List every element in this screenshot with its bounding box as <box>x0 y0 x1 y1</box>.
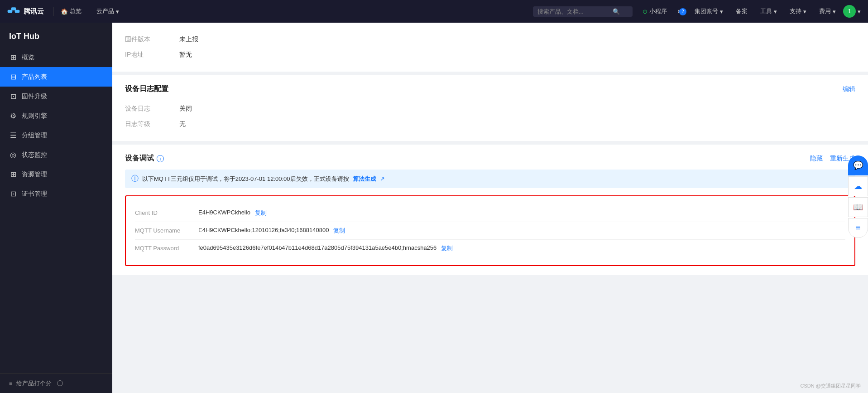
ip-label: IP地址 <box>125 51 179 59</box>
username-copy-btn[interactable]: 复制 <box>333 227 345 235</box>
nav-tools-label: 工具 <box>760 7 772 15</box>
sidebar-item-rules[interactable]: ⚙ 规则引擎 <box>0 106 112 126</box>
search-icon: 🔍 <box>613 8 620 15</box>
sidebar-title: IoT Hub <box>0 23 112 48</box>
client-id-row: Client ID E4H9CKWPCkhello 复制 <box>135 204 845 222</box>
firmware-label: 固件版本 <box>125 35 179 44</box>
log-level-row: 日志等级 无 <box>125 116 855 132</box>
miniapp-icon: ⊙ <box>643 8 647 15</box>
search-input[interactable] <box>537 8 610 15</box>
client-id-copy-btn[interactable]: 复制 <box>255 209 267 217</box>
rate-info-icon: ⓘ <box>57 379 63 388</box>
debug-header: 设备调试 i 隐藏 重新生成 <box>125 154 855 163</box>
password-value: fe0ad695435e3126d6fe7ef014b47b11e4d68d17… <box>198 244 436 251</box>
sidebar-item-firmware[interactable]: ⊡ 固件升级 <box>0 87 112 106</box>
tools-chevron-icon: ▾ <box>774 8 777 15</box>
debug-info-icon[interactable]: i <box>157 155 164 162</box>
topnav: 腾讯云 🏠 总览 云产品 ▾ 🔍 ⊙ 小程序 ✉ 2 集团账号 ▾ 备案 工具 … <box>0 0 868 23</box>
sidebar-item-monitor[interactable]: ◎ 状态监控 <box>0 145 112 165</box>
nav-home[interactable]: 🏠 总览 <box>55 0 87 23</box>
account-chevron-icon: ▾ <box>720 8 723 15</box>
sidebar: IoT Hub ⊞ 概览 ⊟ 产品列表 ⊡ 固件升级 ⚙ 规则引擎 ☰ 分组管理… <box>0 23 112 393</box>
nav-divider-2 <box>89 7 89 16</box>
float-cloud-btn[interactable]: ☁ <box>848 176 868 196</box>
nav-support[interactable]: 支持 ▾ <box>784 0 812 23</box>
username-value: E4H9CKWPCkhello;12010126;fa340;168814080… <box>198 227 329 233</box>
overview-icon: ⊞ <box>9 53 17 62</box>
home-icon: 🏠 <box>61 8 68 15</box>
miniapp-label: 小程序 <box>649 7 667 15</box>
cloud-icon: ☁ <box>854 181 862 191</box>
log-level-value: 无 <box>179 120 186 128</box>
log-level-label: 日志等级 <box>125 120 179 128</box>
sidebar-bottom-rate[interactable]: ≡ 给产品打个分 ⓘ <box>0 374 112 393</box>
notification-btn[interactable]: ✉ 2 <box>673 8 687 15</box>
book-icon: 📖 <box>853 202 863 212</box>
resources-icon: ⊞ <box>9 170 17 179</box>
logo[interactable]: 腾讯云 <box>7 7 44 16</box>
sidebar-item-monitor-label: 状态监控 <box>22 151 47 159</box>
device-basic-info: 固件版本 未上报 IP地址 暂无 <box>112 23 868 72</box>
chevron-down-icon: ▾ <box>116 8 119 15</box>
password-row: MQTT Password fe0ad695435e3126d6fe7ef014… <box>135 240 845 257</box>
sidebar-item-certs[interactable]: ⊡ 证书管理 <box>0 184 112 204</box>
sidebar-item-resources-label: 资源管理 <box>22 170 47 179</box>
firmware-row: 固件版本 未上报 <box>125 32 855 47</box>
svg-rect-2 <box>15 10 20 13</box>
float-menu-btn[interactable]: ≡ <box>848 218 868 238</box>
main-content: 固件版本 未上报 IP地址 暂无 设备日志配置 编辑 设备日志 关闭 日志等级 … <box>112 23 868 393</box>
debug-hide-btn[interactable]: 隐藏 <box>810 155 823 163</box>
monitor-icon: ◎ <box>9 150 17 159</box>
watermark: CSDN @交通组团星星同学 <box>801 383 861 389</box>
sidebar-item-overview-label: 概览 <box>22 53 34 62</box>
product-list-icon: ⊟ <box>9 73 17 81</box>
sidebar-item-certs-label: 证书管理 <box>22 190 47 198</box>
layout: IoT Hub ⊞ 概览 ⊟ 产品列表 ⊡ 固件升级 ⚙ 规则引擎 ☰ 分组管理… <box>0 23 868 393</box>
miniapp-btn[interactable]: ⊙ 小程序 <box>638 7 671 15</box>
password-label: MQTT Password <box>135 244 198 252</box>
nav-account[interactable]: 集团账号 ▾ <box>689 0 729 23</box>
notification-badge: 2 <box>679 8 686 15</box>
mqtt-credentials-box: Client ID E4H9CKWPCkhello 复制 MQTT Userna… <box>125 195 855 266</box>
firmware-value: 未上报 <box>179 35 198 44</box>
sidebar-item-product-list[interactable]: ⊟ 产品列表 <box>0 67 112 87</box>
nav-billing[interactable]: 费用 ▾ <box>814 0 841 23</box>
menu-icon: ≡ <box>856 223 861 233</box>
firmware-icon: ⊡ <box>9 92 17 101</box>
nav-beian-label: 备案 <box>736 7 748 15</box>
device-log-row: 设备日志 关闭 <box>125 101 855 116</box>
float-book-btn[interactable]: 📖 <box>848 197 868 217</box>
chat-icon: 💬 <box>853 160 863 170</box>
nav-tools[interactable]: 工具 ▾ <box>755 0 782 23</box>
nav-beian[interactable]: 备案 <box>730 0 753 23</box>
debug-info-bar: ⓘ 以下MQTT三元组仅用于调试，将于2023-07-01 12:00:00后失… <box>125 170 855 188</box>
nav-cloud-label: 云产品 <box>96 7 114 15</box>
float-chat-btn[interactable]: 💬 <box>848 155 868 175</box>
debug-title: 设备调试 <box>125 154 154 163</box>
external-link-icon: ↗ <box>380 175 385 182</box>
log-edit-btn[interactable]: 编辑 <box>843 85 855 93</box>
search-bar[interactable]: 🔍 <box>533 6 633 17</box>
debug-info-text: 以下MQTT三元组仅用于调试，将于2023-07-01 12:00:00后失效，… <box>142 175 349 183</box>
nav-account-label: 集团账号 <box>695 7 718 15</box>
sidebar-item-product-label: 产品列表 <box>22 73 47 81</box>
nav-home-label: 总览 <box>70 7 82 15</box>
device-debug-section: 设备调试 i 隐藏 重新生成 ⓘ 以下MQTT三元组仅用于调试，将于2023-0… <box>112 145 868 275</box>
sidebar-item-firmware-label: 固件升级 <box>22 92 47 101</box>
sidebar-item-rules-label: 规则引擎 <box>22 112 47 120</box>
avatar-text: 1 <box>848 8 851 15</box>
nav-divider-1 <box>53 7 53 16</box>
password-copy-btn[interactable]: 复制 <box>441 244 453 252</box>
sidebar-item-overview[interactable]: ⊞ 概览 <box>0 48 112 67</box>
nav-billing-label: 费用 <box>819 7 831 15</box>
billing-chevron-icon: ▾ <box>833 8 836 15</box>
client-id-label: Client ID <box>135 209 198 216</box>
log-section-header: 设备日志配置 编辑 <box>125 84 855 94</box>
sidebar-item-group[interactable]: ☰ 分组管理 <box>0 126 112 145</box>
device-log-value: 关闭 <box>179 105 192 113</box>
debug-algo-link[interactable]: 算法生成 <box>353 175 376 183</box>
user-avatar[interactable]: 1 <box>843 5 856 18</box>
sidebar-item-resources[interactable]: ⊞ 资源管理 <box>0 165 112 184</box>
nav-cloud[interactable]: 云产品 ▾ <box>91 0 125 23</box>
rules-icon: ⚙ <box>9 112 17 120</box>
